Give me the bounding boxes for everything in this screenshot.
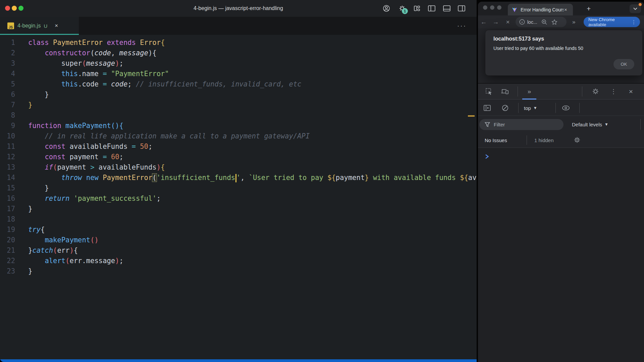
- zoom-traffic-light[interactable]: [497, 5, 501, 10]
- new-chrome-available-chip[interactable]: New Chrome available ⋮: [584, 17, 640, 27]
- minimize-traffic-light[interactable]: [490, 5, 494, 10]
- close-traffic-light[interactable]: [483, 5, 487, 10]
- code-line[interactable]: 14 throw new PaymentError('insufficient_…: [0, 173, 477, 183]
- console-sidebar-icon[interactable]: [483, 104, 491, 112]
- devtools-close-icon[interactable]: ×: [626, 86, 636, 97]
- clear-console-icon[interactable]: [501, 104, 509, 112]
- live-expression-eye-icon[interactable]: [561, 104, 570, 112]
- ok-button[interactable]: OK: [613, 59, 634, 69]
- browser-tab[interactable]: Error Handling Course ×: [508, 4, 573, 15]
- code-line[interactable]: 7}: [0, 100, 477, 110]
- console-settings-gear-icon[interactable]: [573, 136, 581, 144]
- more-actions-icon[interactable]: ···: [453, 17, 470, 35]
- devtools-menu-dots-icon[interactable]: ⋮: [610, 86, 617, 97]
- vscode-window: 4-begin.js — javascript-error-handling 1: [0, 0, 477, 362]
- chrome-toolbar: ← → × loc... » New Chrome available ⋮: [478, 15, 644, 28]
- dialog-message: User tried to pay 60 with available fund…: [493, 46, 642, 51]
- account-icon[interactable]: [382, 4, 390, 12]
- filter-input[interactable]: Filter: [479, 119, 564, 130]
- chip-label: New Chrome available: [588, 17, 631, 27]
- site-info-icon[interactable]: [519, 19, 525, 25]
- tab-title: Error Handling Course: [521, 7, 564, 12]
- default-levels-dropdown[interactable]: Default levels ▼: [572, 116, 608, 132]
- line-number: 9: [0, 121, 15, 131]
- code-text: if(payment > availableFunds){: [28, 163, 165, 171]
- code-line[interactable]: 13 if(payment > availableFunds){: [0, 162, 477, 173]
- new-tab-button[interactable]: +: [587, 5, 591, 13]
- code-line[interactable]: 16 return 'payment_successful';: [0, 193, 477, 204]
- toggle-primary-sidebar-icon[interactable]: [428, 4, 436, 12]
- hidden-messages-count[interactable]: 1 hidden: [534, 132, 554, 148]
- code-line[interactable]: 3 super(message);: [0, 58, 477, 69]
- chip-menu-icon[interactable]: ⋮: [631, 19, 636, 25]
- code-lines: 1class PaymentError extends Error{2 cons…: [0, 38, 477, 277]
- line-number: 5: [0, 79, 15, 89]
- code-text: this.code = code; // insufficient_funds,…: [28, 80, 302, 88]
- code-text: const payment = 60;: [28, 153, 123, 161]
- tab-close-icon[interactable]: ×: [55, 22, 58, 29]
- code-line[interactable]: 6 }: [0, 89, 477, 100]
- code-line[interactable]: 15 }: [0, 183, 477, 193]
- extensions-overflow-icon[interactable]: »: [572, 15, 575, 28]
- forward-icon[interactable]: →: [492, 15, 500, 28]
- editor-tab-bar: JS 4-begin.js U ×: [0, 17, 477, 35]
- toggle-panel-icon[interactable]: [443, 4, 451, 12]
- context-selector[interactable]: top ▼: [524, 100, 537, 116]
- code-text: }: [28, 184, 49, 192]
- inspect-element-icon[interactable]: [485, 88, 493, 95]
- code-line[interactable]: 20 makePayment(): [0, 235, 477, 245]
- device-toolbar-icon[interactable]: [501, 88, 509, 95]
- code-line[interactable]: 23}: [0, 266, 477, 277]
- code-line[interactable]: 11 const availableFunds = 50;: [0, 141, 477, 152]
- console-toolbar: top ▼: [478, 100, 644, 116]
- dialog-title: localhost:5173 says: [493, 36, 642, 42]
- tab-label: 4-begin.js: [17, 23, 41, 29]
- line-number: 23: [0, 266, 15, 277]
- code-line[interactable]: 9function makePayment(){: [0, 121, 477, 131]
- status-bar: [0, 359, 477, 362]
- code-line[interactable]: 18: [0, 214, 477, 225]
- bookmark-star-icon[interactable]: [551, 19, 557, 25]
- update-available-dot: [639, 3, 642, 6]
- code-text: this.name = "PaymentError": [28, 70, 169, 78]
- toggle-secondary-sidebar-icon[interactable]: [458, 4, 466, 12]
- line-number: 18: [0, 214, 15, 225]
- devtools-settings-gear-icon[interactable]: [592, 87, 599, 95]
- line-number: 8: [0, 110, 15, 121]
- code-line[interactable]: 10 // in real life application make a ca…: [0, 131, 477, 141]
- code-line[interactable]: 22 alert(err.message);: [0, 256, 477, 266]
- line-number: 14: [0, 173, 15, 183]
- line-number: 20: [0, 235, 15, 245]
- code-text: makePayment(): [28, 236, 99, 244]
- code-text: }: [28, 101, 32, 109]
- code-text: // in real life application make a call …: [28, 132, 310, 140]
- tab-4-begin-js[interactable]: JS 4-begin.js U ×: [0, 17, 79, 35]
- stop-icon[interactable]: ×: [504, 15, 512, 28]
- console-prompt-icon[interactable]: [485, 154, 489, 161]
- code-text: constructor(code, message){: [28, 49, 157, 57]
- code-line[interactable]: 4 this.name = "PaymentError": [0, 69, 477, 79]
- line-number: 17: [0, 204, 15, 214]
- code-editor[interactable]: 1class PaymentError extends Error{2 cons…: [0, 35, 477, 359]
- code-text: }: [28, 90, 49, 99]
- tab-close-icon[interactable]: ×: [564, 7, 567, 12]
- customize-layout-icon[interactable]: [413, 4, 421, 12]
- code-line[interactable]: 2 constructor(code, message){: [0, 48, 477, 58]
- code-line[interactable]: 12 const payment = 60;: [0, 152, 477, 162]
- code-line[interactable]: 5 this.code = code; // insufficient_fund…: [0, 79, 477, 89]
- settings-badge: 1: [402, 8, 408, 14]
- zoom-icon[interactable]: [541, 19, 547, 25]
- code-line[interactable]: 21}catch(err){: [0, 245, 477, 256]
- address-bar[interactable]: loc...: [516, 17, 567, 27]
- code-text: return 'payment_successful';: [28, 194, 161, 202]
- code-line[interactable]: 8: [0, 110, 477, 121]
- code-line[interactable]: 1class PaymentError extends Error{: [0, 38, 477, 48]
- back-icon[interactable]: ←: [480, 15, 488, 28]
- line-number: 2: [0, 48, 15, 58]
- code-text: try{: [28, 226, 45, 234]
- more-tabs-icon[interactable]: »: [524, 86, 534, 97]
- chrome-window: Error Handling Course × + ← → × loc... »…: [478, 2, 644, 362]
- code-line[interactable]: 17}: [0, 204, 477, 214]
- no-issues-label[interactable]: No Issues: [485, 132, 507, 148]
- code-line[interactable]: 19try{: [0, 225, 477, 235]
